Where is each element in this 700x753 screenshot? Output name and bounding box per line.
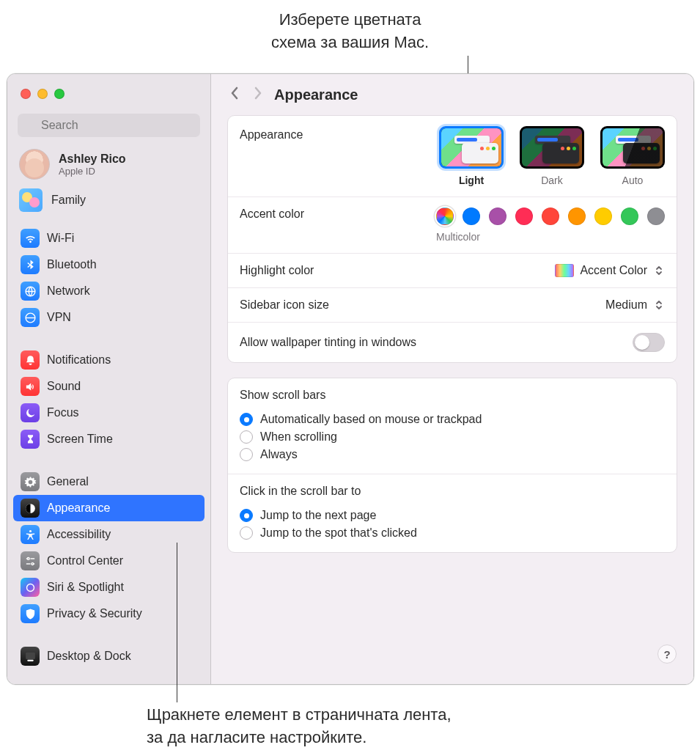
sidebar-item-notifications[interactable]: Notifications bbox=[13, 347, 205, 373]
sidebar-item-label: Privacy & Security bbox=[47, 607, 142, 620]
accent-swatch[interactable] bbox=[515, 207, 533, 225]
highlight-swatch-icon bbox=[555, 264, 574, 277]
accent-swatch[interactable] bbox=[542, 207, 559, 225]
sidebar-item-siri-spotlight[interactable]: Siri & Spotlight bbox=[13, 574, 205, 600]
sidebar-item-general[interactable]: General bbox=[13, 469, 205, 495]
scrollbars-option[interactable]: Always bbox=[240, 446, 482, 463]
hourglass-icon bbox=[21, 430, 40, 449]
wallpaper-tinting-toggle[interactable] bbox=[633, 333, 665, 352]
highlight-color-select[interactable]: Accent Color bbox=[555, 264, 665, 277]
network-icon bbox=[21, 282, 40, 301]
search-container bbox=[7, 114, 210, 144]
icon-size-select[interactable]: Medium bbox=[605, 298, 665, 312]
appearance-mode-dark[interactable]: Dark bbox=[520, 126, 584, 186]
page-title: Appearance bbox=[274, 87, 358, 103]
sound-icon bbox=[21, 377, 40, 396]
sidebar-item-focus[interactable]: Focus bbox=[13, 400, 205, 426]
family-label: Family bbox=[51, 194, 86, 207]
icon-size-value: Medium bbox=[605, 298, 647, 312]
vpn-icon bbox=[21, 308, 40, 327]
svg-point-12 bbox=[26, 584, 34, 591]
search-input[interactable] bbox=[18, 114, 200, 137]
nav-forward-button[interactable] bbox=[251, 87, 265, 103]
chevron-updown-icon bbox=[653, 298, 665, 312]
appearance-mode-label: Dark bbox=[541, 175, 563, 186]
row-label-highlight: Highlight color bbox=[240, 264, 555, 277]
radio-icon bbox=[240, 509, 253, 522]
sidebar-item-appearance[interactable]: Appearance bbox=[13, 495, 205, 521]
sidebar-item-privacy-security[interactable]: Privacy & Security bbox=[13, 600, 205, 627]
accent-swatch[interactable] bbox=[621, 207, 638, 225]
row-label-accent: Accent color bbox=[240, 207, 436, 221]
help-button[interactable]: ? bbox=[657, 644, 677, 664]
sidebar-item-label: Appearance bbox=[47, 502, 110, 515]
control-icon bbox=[21, 551, 40, 570]
sidebar-item-label: Control Center bbox=[47, 554, 123, 567]
sidebar-item-label: Notifications bbox=[47, 353, 111, 367]
radio-icon bbox=[240, 526, 253, 540]
nav-back-button[interactable] bbox=[227, 87, 242, 103]
accent-multicolor[interactable] bbox=[436, 207, 454, 225]
svg-point-9 bbox=[31, 562, 33, 565]
sidebar-item-vpn[interactable]: VPN bbox=[13, 304, 205, 331]
scrollbars-option-label: Always bbox=[260, 448, 298, 461]
sidebar-item-sound[interactable]: Sound bbox=[13, 373, 205, 400]
appearance-mode-auto[interactable]: Auto bbox=[600, 126, 665, 186]
callout-leader-line bbox=[177, 543, 177, 702]
sidebar-item-label: Accessibility bbox=[47, 528, 111, 541]
gear-icon bbox=[21, 472, 40, 491]
account-name: Ashley Rico bbox=[59, 153, 126, 166]
wifi-icon bbox=[21, 229, 40, 248]
sidebar-item-label: Bluetooth bbox=[47, 258, 97, 271]
sidebar-item-control-center[interactable]: Control Center bbox=[13, 548, 205, 574]
close-button[interactable] bbox=[21, 89, 31, 99]
callout-text: Щракнете елемент в страничната лента, bbox=[147, 704, 452, 727]
accent-swatch[interactable] bbox=[568, 207, 586, 225]
content-scroll[interactable]: Appearance Light Dark Auto bbox=[211, 115, 693, 584]
sidebar-item-accessibility[interactable]: Accessibility bbox=[13, 521, 205, 548]
accent-swatch[interactable] bbox=[647, 207, 665, 225]
accent-color-group bbox=[436, 207, 665, 225]
main-header: Appearance bbox=[211, 74, 693, 115]
zoom-button[interactable] bbox=[54, 89, 65, 99]
accent-swatch[interactable] bbox=[594, 207, 612, 225]
siri-icon bbox=[21, 578, 40, 597]
account-sub: Apple ID bbox=[59, 166, 126, 177]
sidebar-item-bluetooth[interactable]: Bluetooth bbox=[13, 251, 205, 278]
minimize-button[interactable] bbox=[37, 89, 48, 99]
sidebar-item-wi-fi[interactable]: Wi-Fi bbox=[13, 225, 205, 251]
callout-top: Изберете цветната схема за вашия Mac. bbox=[0, 9, 700, 54]
row-label-iconsize: Sidebar icon size bbox=[240, 298, 605, 312]
bluetooth-icon bbox=[21, 255, 40, 274]
appearance-mode-light[interactable]: Light bbox=[439, 126, 504, 186]
row-label-appearance: Appearance bbox=[240, 126, 439, 142]
appearance-panel: Appearance Light Dark Auto bbox=[227, 115, 677, 363]
highlight-value: Accent Color bbox=[580, 264, 647, 277]
radio-icon bbox=[240, 448, 253, 461]
sidebar-item-apple-id[interactable]: Ashley Rico Apple ID bbox=[7, 144, 210, 184]
appearance-mode-group: Light Dark Auto bbox=[439, 126, 665, 186]
svg-rect-14 bbox=[27, 659, 34, 661]
accent-swatch[interactable] bbox=[463, 207, 480, 225]
scrollbars-option[interactable]: When scrolling bbox=[240, 428, 482, 446]
moon-icon bbox=[21, 403, 40, 422]
scrollclick-option[interactable]: Jump to the spot that's clicked bbox=[240, 524, 417, 542]
radio-icon bbox=[240, 413, 253, 426]
accent-selected-label: Multicolor bbox=[436, 231, 480, 243]
sidebar-item-family[interactable]: Family bbox=[7, 184, 210, 222]
sidebar-item-label: Wi-Fi bbox=[47, 232, 74, 245]
accent-swatch[interactable] bbox=[489, 207, 506, 225]
sidebar-item-screen-time[interactable]: Screen Time bbox=[13, 426, 205, 452]
appearance-icon bbox=[21, 499, 40, 518]
sidebar-item-label: Screen Time bbox=[47, 433, 113, 446]
avatar bbox=[19, 149, 50, 180]
dock-icon bbox=[21, 647, 40, 666]
sidebar-item-network[interactable]: Network bbox=[13, 278, 205, 304]
click-title: Click in the scroll bar to bbox=[240, 485, 361, 498]
scrollclick-option[interactable]: Jump to the next page bbox=[240, 507, 417, 524]
privacy-icon bbox=[21, 604, 40, 623]
sidebar-item-label: Sound bbox=[47, 380, 81, 393]
sidebar-item-desktop-dock[interactable]: Desktop & Dock bbox=[13, 643, 205, 669]
scrollbars-option[interactable]: Automatically based on mouse or trackpad bbox=[240, 411, 482, 428]
window-traffic-lights bbox=[7, 74, 210, 114]
